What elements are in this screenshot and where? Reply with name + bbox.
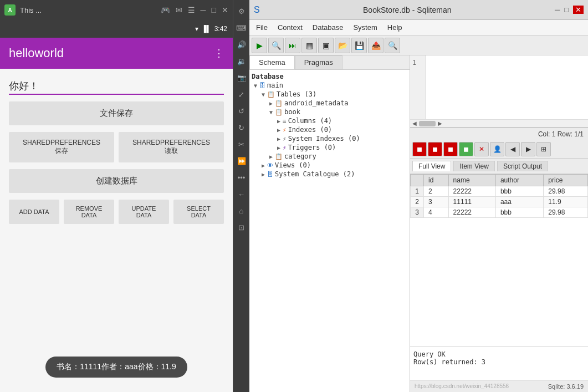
toggle-tables[interactable]: ▼: [259, 91, 267, 98]
toggle-indexes[interactable]: ▶: [275, 127, 283, 133]
volume-down-icon[interactable]: 🔉: [235, 54, 248, 68]
result-btn-red1[interactable]: ◼: [412, 142, 427, 156]
volume-up-icon[interactable]: 🔊: [235, 38, 248, 51]
run-icon[interactable]: ▶: [252, 38, 267, 53]
camera-icon[interactable]: 📷: [235, 71, 248, 84]
scroll-left-icon[interactable]: ◀: [412, 120, 417, 126]
apps-icon[interactable]: ⊡: [235, 221, 248, 234]
result-btn-grid[interactable]: ⊞: [536, 142, 551, 156]
table-row[interactable]: 1 2 22222 bbb 29.98: [411, 186, 588, 197]
data-table-container[interactable]: id name author price 1 2 22222 bbb 29.98: [410, 174, 588, 347]
tree-node-triggers[interactable]: ▶ ⚡ Triggers (0): [252, 143, 407, 152]
tab-pragmas[interactable]: Pragmas: [295, 55, 342, 69]
toggle-book[interactable]: ▼: [267, 109, 275, 115]
resize-icon[interactable]: ⤢: [235, 88, 248, 101]
menu-file[interactable]: File: [252, 22, 272, 33]
result-btn-nav2[interactable]: ▶: [521, 142, 535, 156]
scissors-icon[interactable]: ✂: [235, 138, 248, 151]
settings-icon[interactable]: ⚙: [235, 4, 248, 18]
debug-icon[interactable]: 🔍: [268, 38, 284, 53]
menu-icon[interactable]: ☰: [188, 6, 195, 14]
tab-schema[interactable]: Schema: [249, 55, 295, 69]
update-data-button[interactable]: UPDATEDATA: [119, 200, 169, 224]
ellipsis-icon[interactable]: •••: [235, 171, 248, 184]
sqlite-close-icon[interactable]: ✕: [573, 6, 584, 14]
email-icon[interactable]: ✉: [176, 6, 182, 14]
cell-name-1[interactable]: 22222: [448, 186, 495, 197]
tree-database-header[interactable]: Database: [252, 72, 407, 81]
menu-help[interactable]: Help: [383, 22, 407, 33]
cell-id-1[interactable]: 2: [424, 186, 449, 197]
cell-author-1[interactable]: bbb: [495, 186, 543, 197]
open-icon[interactable]: 📂: [335, 38, 350, 53]
toggle-android-metadata[interactable]: ▶: [267, 100, 275, 106]
cell-price-3[interactable]: 29.98: [544, 207, 588, 218]
cell-id-2[interactable]: 3: [424, 197, 449, 207]
toggle-syscatalogue[interactable]: ▶: [259, 171, 267, 177]
maximize-icon[interactable]: □: [212, 6, 216, 14]
toggle-sysindexes[interactable]: ▶: [275, 136, 283, 142]
remove-data-button[interactable]: REMOVEDATA: [64, 200, 114, 224]
toggle-columns[interactable]: ▶: [275, 118, 283, 124]
step-icon[interactable]: ⏭: [285, 38, 300, 53]
cell-price-1[interactable]: 29.98: [544, 186, 588, 197]
toggle-category[interactable]: ▶: [267, 154, 275, 160]
cell-author-2[interactable]: aaa: [495, 197, 543, 207]
rotate2-icon[interactable]: ↻: [235, 121, 248, 134]
tab-item-view[interactable]: Item View: [453, 161, 494, 171]
scroll-thumb[interactable]: [419, 121, 436, 126]
rotate-icon[interactable]: ↺: [235, 104, 248, 118]
sql-editor[interactable]: 1 ◀ ▶: [410, 55, 588, 128]
tree-node-indexes[interactable]: ▶ ⚡ Indexes (0): [252, 125, 407, 134]
tree-node-sysindexes[interactable]: ▶ ⚡ System Indexes (0): [252, 134, 407, 143]
cell-name-2[interactable]: 11111: [448, 197, 495, 207]
tree-node-tables[interactable]: ▼ 📋 Tables (3): [252, 90, 407, 99]
keyboard-icon[interactable]: ⌨: [235, 21, 248, 34]
col-header-price[interactable]: price: [544, 175, 588, 186]
table-row[interactable]: 2 3 11111 aaa 11.9: [411, 197, 588, 207]
col-header-id[interactable]: id: [424, 175, 449, 186]
tree-node-syscatalogue[interactable]: ▶ 🗄 System Catalogue (2): [252, 170, 407, 179]
result-btn-nav1[interactable]: ◀: [505, 142, 520, 156]
sharedpref-save-button[interactable]: SHAREDPREFERENCES保存: [9, 132, 114, 162]
result-btn-red2[interactable]: ◼: [428, 142, 442, 156]
minimize-icon[interactable]: ─: [201, 6, 206, 14]
sqlite-restore-icon[interactable]: □: [564, 6, 569, 14]
main-input[interactable]: [9, 78, 224, 95]
home-icon[interactable]: ⌂: [235, 204, 248, 217]
sqlite-minimize-icon[interactable]: ─: [555, 6, 560, 14]
table-row[interactable]: 3 4 22222 bbb 29.98: [411, 207, 588, 218]
sharedpref-read-button[interactable]: SHAREDPREFERENCES读取: [119, 132, 224, 162]
save-file-button[interactable]: 文件保存: [9, 101, 224, 125]
tab-full-view[interactable]: Full View: [412, 161, 451, 171]
menu-context[interactable]: Context: [273, 22, 307, 33]
tree-node-main[interactable]: ▼ 🗄 main: [252, 81, 407, 90]
tree-node-views[interactable]: ▶ 👁 Views (0): [252, 161, 407, 170]
add-data-button[interactable]: ADD DATA: [9, 200, 59, 224]
result-btn-person[interactable]: 👤: [490, 142, 504, 156]
create-db-button[interactable]: 创建数据库: [9, 169, 224, 193]
tab-script-output[interactable]: Script Output: [497, 161, 548, 171]
sql-editor-area[interactable]: [426, 55, 588, 127]
toggle-main[interactable]: ▼: [252, 83, 259, 89]
sql-horizontal-scrollbar[interactable]: ◀ ▶: [410, 119, 588, 127]
tree-node-android-metadata[interactable]: ▶ 📋 android_metadata: [252, 99, 407, 108]
cell-author-3[interactable]: bbb: [495, 207, 543, 218]
tree-node-book[interactable]: ▼ 📋 book: [252, 108, 407, 116]
cell-price-2[interactable]: 11.9: [544, 197, 588, 207]
overflow-icon[interactable]: ⋮: [214, 47, 224, 59]
scroll-right-icon[interactable]: ▶: [438, 120, 442, 126]
back-icon[interactable]: ←: [235, 187, 248, 201]
menu-system[interactable]: System: [349, 22, 381, 33]
toggle-triggers[interactable]: ▶: [275, 145, 283, 151]
fast-forward-icon[interactable]: ⏩: [235, 154, 248, 167]
gamepad-icon[interactable]: 🎮: [161, 6, 170, 14]
cell-id-3[interactable]: 4: [424, 207, 449, 218]
export-icon[interactable]: 📤: [368, 38, 384, 53]
col-header-author[interactable]: author: [495, 175, 543, 186]
menu-database[interactable]: Database: [308, 22, 348, 33]
toggle-views[interactable]: ▶: [259, 162, 267, 169]
search-tool-icon[interactable]: 🔍: [385, 38, 400, 53]
close-icon[interactable]: ✕: [222, 6, 228, 14]
tree-node-category[interactable]: ▶ 📋 category: [252, 152, 407, 161]
